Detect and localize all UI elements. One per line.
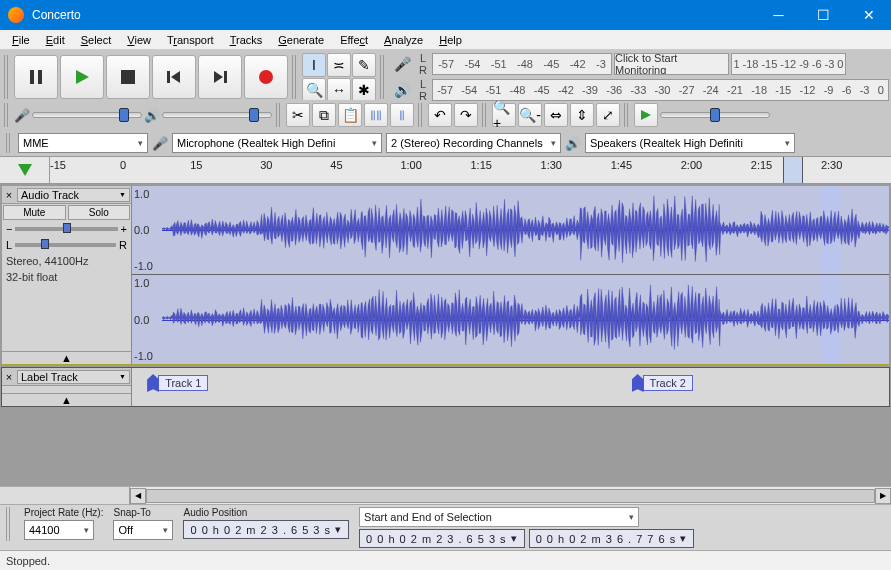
skip-start-button[interactable] bbox=[152, 55, 196, 99]
project-rate-combo[interactable]: 44100 bbox=[24, 520, 94, 540]
pause-button[interactable] bbox=[14, 55, 58, 99]
svg-marker-5 bbox=[171, 71, 180, 83]
pan-slider[interactable] bbox=[15, 243, 116, 247]
draw-tool-icon[interactable]: ✎ bbox=[352, 53, 376, 77]
track-collapse-button[interactable]: ▲ bbox=[2, 393, 131, 406]
recording-device-combo[interactable]: Microphone (Realtek High Defini bbox=[172, 133, 382, 153]
solo-button[interactable]: Solo bbox=[68, 205, 131, 220]
audio-track-waveform[interactable]: 1.00.0-1.0 1.00.0-1.0 bbox=[132, 186, 889, 364]
timeshift-tool-icon[interactable]: ↔ bbox=[327, 78, 351, 102]
cut-icon[interactable]: ✂ bbox=[286, 103, 310, 127]
menu-tracks[interactable]: Tracks bbox=[222, 32, 271, 48]
selection-tool-icon[interactable]: I bbox=[302, 53, 326, 77]
mic-icon[interactable]: 🎤 bbox=[390, 52, 414, 76]
timeline-pin[interactable] bbox=[0, 157, 50, 183]
toolbar-grip[interactable] bbox=[380, 55, 386, 99]
toolbar-grip[interactable] bbox=[6, 507, 12, 541]
audio-host-combo[interactable]: MME bbox=[18, 133, 148, 153]
ruler-tick: 2:30 bbox=[821, 159, 842, 171]
scroll-right-button[interactable]: ▶ bbox=[875, 488, 891, 504]
multi-tool-icon[interactable]: ✱ bbox=[352, 78, 376, 102]
menu-view[interactable]: View bbox=[119, 32, 159, 48]
label-marker[interactable]: Track 1 bbox=[147, 374, 208, 392]
selection-mode-combo[interactable]: Start and End of Selection bbox=[359, 507, 639, 527]
scroll-left-button[interactable]: ◀ bbox=[130, 488, 146, 504]
undo-icon[interactable]: ↶ bbox=[428, 103, 452, 127]
label-track-content[interactable]: Track 1Track 2 bbox=[132, 368, 889, 406]
track-close-button[interactable]: × bbox=[2, 371, 16, 383]
skip-end-button[interactable] bbox=[198, 55, 242, 99]
playback-device-combo[interactable]: Speakers (Realtek High Definiti bbox=[585, 133, 795, 153]
recording-channels-combo[interactable]: 2 (Stereo) Recording Channels bbox=[386, 133, 561, 153]
track-bit-info: 32-bit float bbox=[2, 269, 131, 285]
secondary-toolbar: 🎤 🔊 ✂ ⧉ 📋 ⦀⦀ ⦀ ↶ ↷ 🔍+ 🔍- ⇔ ⇕ ⤢ bbox=[0, 100, 891, 130]
play-meter-lr: LR bbox=[416, 78, 430, 102]
toolbar-grip[interactable] bbox=[624, 103, 630, 127]
paste-icon[interactable]: 📋 bbox=[338, 103, 362, 127]
track-close-button[interactable]: × bbox=[2, 189, 16, 201]
menu-edit[interactable]: Edit bbox=[38, 32, 73, 48]
track-menu-dropdown[interactable]: Label Track bbox=[17, 370, 130, 384]
zoom-toggle-icon[interactable]: ⤢ bbox=[596, 103, 620, 127]
svg-rect-4 bbox=[167, 71, 170, 83]
playback-speed-slider[interactable] bbox=[660, 112, 770, 118]
label-text[interactable]: Track 2 bbox=[643, 375, 693, 391]
audio-track: × Audio Track Mute Solo −+ LR Stereo, 44… bbox=[1, 185, 890, 365]
status-bar: Stopped. bbox=[0, 550, 891, 570]
minimize-button[interactable]: ─ bbox=[756, 0, 801, 30]
menu-effect[interactable]: Effect bbox=[332, 32, 376, 48]
playback-meter[interactable]: -57-54-51-48-45-42-39-36-33-30-27-24-21-… bbox=[432, 79, 889, 101]
menu-transport[interactable]: Transport bbox=[159, 32, 222, 48]
track-menu-dropdown[interactable]: Audio Track bbox=[17, 188, 130, 202]
mute-button[interactable]: Mute bbox=[3, 205, 66, 220]
toolbar-grip[interactable] bbox=[418, 103, 424, 127]
recording-meter-right[interactable]: 1-18-15-12-9-6-30 bbox=[731, 53, 846, 75]
timeline-ruler[interactable]: -1501530451:001:151:301:452:002:152:302:… bbox=[0, 156, 891, 184]
speaker-icon[interactable]: 🔊 bbox=[390, 78, 414, 102]
menu-file[interactable]: File bbox=[4, 32, 38, 48]
label-text[interactable]: Track 1 bbox=[158, 375, 208, 391]
stop-button[interactable] bbox=[106, 55, 150, 99]
menu-analyze[interactable]: Analyze bbox=[376, 32, 431, 48]
toolbar-grip[interactable] bbox=[6, 133, 12, 153]
fit-project-icon[interactable]: ⇕ bbox=[570, 103, 594, 127]
envelope-tool-icon[interactable]: ≍ bbox=[327, 53, 351, 77]
play-button[interactable] bbox=[60, 55, 104, 99]
snap-to-combo[interactable]: Off bbox=[113, 520, 173, 540]
close-button[interactable]: ✕ bbox=[846, 0, 891, 30]
playback-volume-slider[interactable] bbox=[162, 112, 272, 118]
zoom-in-icon[interactable]: 🔍+ bbox=[492, 103, 516, 127]
audio-track-panel: × Audio Track Mute Solo −+ LR Stereo, 44… bbox=[2, 186, 132, 364]
maximize-button[interactable]: ☐ bbox=[801, 0, 846, 30]
trim-icon[interactable]: ⦀⦀ bbox=[364, 103, 388, 127]
play-at-speed-icon[interactable] bbox=[634, 103, 658, 127]
record-button[interactable] bbox=[244, 55, 288, 99]
audio-position-display[interactable]: 0 0 h 0 2 m 2 3 . 6 5 3 s▾ bbox=[183, 520, 349, 539]
toolbar-grip[interactable] bbox=[292, 55, 298, 99]
toolbar-grip[interactable] bbox=[4, 103, 10, 127]
zoom-out-icon[interactable]: 🔍- bbox=[518, 103, 542, 127]
label-marker[interactable]: Track 2 bbox=[632, 374, 693, 392]
selection-end-display[interactable]: 0 0 h 0 2 m 3 6 . 7 7 6 s▾ bbox=[529, 529, 695, 548]
copy-icon[interactable]: ⧉ bbox=[312, 103, 336, 127]
menu-select[interactable]: Select bbox=[73, 32, 120, 48]
toolbar-grip[interactable] bbox=[4, 55, 10, 99]
selection-start-display[interactable]: 0 0 h 0 2 m 2 3 . 6 5 3 s▾ bbox=[359, 529, 525, 548]
timeline-selection[interactable] bbox=[783, 157, 802, 183]
toolbar-grip[interactable] bbox=[482, 103, 488, 127]
redo-icon[interactable]: ↷ bbox=[454, 103, 478, 127]
menu-generate[interactable]: Generate bbox=[270, 32, 332, 48]
zoom-tool-icon[interactable]: 🔍 bbox=[302, 78, 326, 102]
main-toolbar: I ≍ ✎ 🔍 ↔ ✱ 🎤 LR -57-54-51-48-45-42-3 Cl… bbox=[0, 50, 891, 100]
gain-slider[interactable] bbox=[15, 227, 117, 231]
fit-selection-icon[interactable]: ⇔ bbox=[544, 103, 568, 127]
title-bar: Concerto ─ ☐ ✕ bbox=[0, 0, 891, 30]
silence-icon[interactable]: ⦀ bbox=[390, 103, 414, 127]
monitor-prompt[interactable]: Click to Start Monitoring bbox=[614, 53, 729, 75]
menu-help[interactable]: Help bbox=[431, 32, 470, 48]
toolbar-grip[interactable] bbox=[276, 103, 282, 127]
track-collapse-button[interactable]: ▲ bbox=[2, 351, 131, 364]
horizontal-scrollbar[interactable] bbox=[146, 489, 875, 503]
recording-meter[interactable]: -57-54-51-48-45-42-3 bbox=[432, 53, 612, 75]
recording-volume-slider[interactable] bbox=[32, 112, 142, 118]
